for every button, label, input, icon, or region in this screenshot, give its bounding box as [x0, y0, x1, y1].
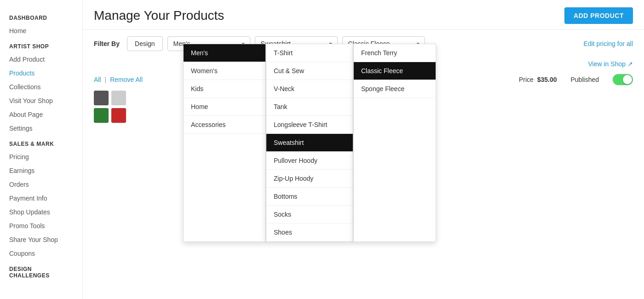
sidebar-item-settings[interactable]: Settings: [0, 121, 82, 135]
swatch-red[interactable]: [111, 108, 126, 123]
type-item-zipup-hoody[interactable]: Zip-Up Hoody: [266, 170, 353, 188]
type-item-cut-sew[interactable]: Cut & Sew: [266, 62, 353, 80]
published-toggle[interactable]: [613, 74, 633, 85]
type-item-pullover-hoody[interactable]: Pullover Hoody: [266, 152, 353, 170]
main-content: Manage Your Products ADD PRODUCT Filter …: [83, 0, 644, 299]
sidebar-item-home[interactable]: Home: [0, 24, 82, 38]
sidebar-item-pricing[interactable]: Pricing: [0, 150, 82, 164]
add-product-button[interactable]: ADD PRODUCT: [564, 7, 633, 24]
price-label: Price $35.00: [519, 76, 557, 83]
gender-item-womens[interactable]: Women's: [184, 62, 265, 80]
sidebar-item-payment-info[interactable]: Payment Info: [0, 191, 82, 205]
type-item-tank[interactable]: Tank: [266, 98, 353, 116]
sidebar-item-earnings[interactable]: Earnings: [0, 164, 82, 178]
price-value: $35.00: [537, 76, 557, 83]
gender-item-home[interactable]: Home: [184, 98, 265, 116]
type-item-vneck[interactable]: V-Neck: [266, 80, 353, 98]
page-header: Manage Your Products ADD PRODUCT: [83, 0, 644, 30]
edit-pricing-link[interactable]: Edit pricing for all: [584, 40, 633, 47]
gender-item-mens[interactable]: Men's: [184, 44, 265, 62]
separator: |: [105, 76, 107, 83]
select-all-link[interactable]: All: [94, 76, 101, 83]
sidebar-item-promo-tools[interactable]: Promo Tools: [0, 219, 82, 233]
sidebar: DASHBOARD Home ARTIST SHOP Add Product P…: [0, 0, 83, 299]
style-item-french-terry[interactable]: French Terry: [354, 44, 436, 62]
style-dropdown: French Terry Classic Fleece Sponge Fleec…: [353, 44, 436, 242]
design-challenges-section-title: DESIGN CHALLENGES: [0, 260, 82, 282]
gender-item-accessories[interactable]: Accessories: [184, 116, 265, 134]
swatch-light-gray[interactable]: [111, 91, 126, 105]
sidebar-item-share-shop[interactable]: Share Your Shop: [0, 233, 82, 247]
style-item-classic-fleece[interactable]: Classic Fleece: [354, 62, 436, 80]
sidebar-item-collections[interactable]: Collections: [0, 80, 82, 94]
sidebar-item-products[interactable]: Products: [0, 66, 82, 80]
view-in-shop-link[interactable]: View in Shop ↗: [588, 60, 633, 68]
remove-all-link[interactable]: Remove All: [110, 76, 143, 83]
type-item-sweatshirt[interactable]: Sweatshirt: [266, 134, 353, 152]
type-item-bottoms[interactable]: Bottoms: [266, 188, 353, 206]
type-item-tshirt[interactable]: T-Shirt: [266, 44, 353, 62]
color-section: All | Remove All: [94, 76, 143, 83]
external-link-icon: ↗: [627, 60, 633, 68]
filter-label: Filter By: [94, 40, 120, 47]
swatch-dark-gray[interactable]: [94, 91, 109, 105]
gender-item-kids[interactable]: Kids: [184, 80, 265, 98]
dashboard-section-title: DASHBOARD: [0, 9, 82, 24]
gender-dropdown: Men's Women's Kids Home Accessories: [183, 44, 266, 242]
sidebar-item-visit-shop[interactable]: Visit Your Shop: [0, 94, 82, 108]
artist-shop-section-title: ARTIST SHOP: [0, 38, 82, 52]
sidebar-item-about-page[interactable]: About Page: [0, 108, 82, 121]
type-item-longsleeve[interactable]: Longsleeve T-Shirt: [266, 116, 353, 134]
sidebar-item-add-product[interactable]: Add Product: [0, 52, 82, 66]
page-title: Manage Your Products: [94, 8, 224, 23]
product-type-dropdown: T-Shirt Cut & Sew V-Neck Tank Longsleeve…: [266, 44, 353, 242]
style-item-sponge-fleece[interactable]: Sponge Fleece: [354, 80, 436, 98]
sidebar-item-coupons[interactable]: Coupons: [0, 247, 82, 260]
design-filter-button[interactable]: Design: [127, 36, 163, 51]
sidebar-item-orders[interactable]: Orders: [0, 178, 82, 191]
sidebar-item-shop-updates[interactable]: Shop Updates: [0, 205, 82, 219]
type-item-socks[interactable]: Socks: [266, 206, 353, 224]
swatch-green[interactable]: [94, 108, 109, 123]
sales-section-title: SALES & MARK: [0, 135, 82, 150]
type-item-shoes[interactable]: Shoes: [266, 224, 353, 242]
published-label: Published: [571, 76, 599, 83]
price-published-section: Price $35.00 Published: [519, 74, 633, 85]
dropdown-container: Men's Women's Kids Home Accessories T-Sh…: [183, 44, 436, 242]
